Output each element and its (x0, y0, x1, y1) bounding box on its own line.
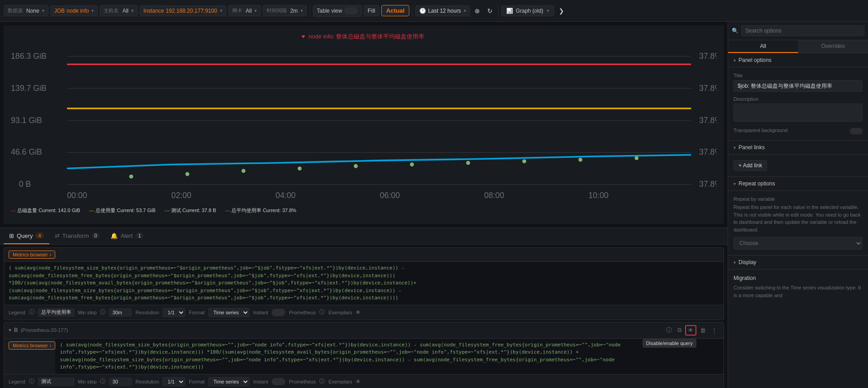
instance-selector[interactable]: Instance 192.168.20.177:9100 ▾ (139, 5, 226, 16)
graph-chevron-icon: ▾ (547, 8, 549, 13)
legend-label-a: Legend (9, 310, 25, 315)
exemplars-eye-icon-a: 👁 (355, 309, 361, 316)
tab-transform[interactable]: ⇄ Transform 0 (49, 228, 106, 244)
block-b-name: (Prometheus-20-177) (21, 327, 68, 333)
display-section-header[interactable]: ▾ Display (728, 256, 868, 270)
legend-input-a[interactable] (38, 308, 74, 317)
block-b-actions: ⓘ ⧉ 👁 🗑 ⋮ (664, 325, 719, 336)
graph-old-selector[interactable]: 📊 Graph (old) ▾ (501, 5, 554, 16)
format-select-a[interactable]: Time series (208, 308, 249, 317)
host-selector[interactable]: 主机名 All ▾ (100, 5, 137, 16)
tab-query[interactable]: ⊞ Query 4 (4, 228, 49, 244)
svg-point-23 (466, 161, 470, 165)
svg-text:00:00: 00:00 (67, 191, 87, 200)
job-selector[interactable]: JOB node info ▾ (50, 5, 98, 16)
block-b-copy-btn[interactable]: ⧉ (676, 326, 683, 335)
expand-button[interactable]: ❯ (556, 5, 567, 16)
fill-button[interactable]: Fill (364, 5, 379, 16)
host-chevron-icon: ▾ (131, 8, 134, 13)
instant-toggle-b[interactable] (272, 378, 285, 385)
exemplars-eye-icon-b: 👁 (355, 379, 361, 385)
divider3 (498, 5, 499, 16)
zoom-button[interactable]: ⊕ (472, 5, 483, 16)
actual-button[interactable]: Actual (381, 5, 410, 16)
block-b-eye-btn[interactable]: 👁 (685, 325, 696, 336)
tab-alert[interactable]: 🔔 Alert 1 (105, 228, 149, 244)
transparent-row: Transparent background (734, 128, 863, 135)
block-b-letter: B (14, 327, 18, 333)
repeat-options-chevron-icon: ▾ (734, 181, 736, 186)
time-range-selector[interactable]: 🕐 Last 12 hours ▾ (415, 5, 470, 16)
metrics-browser-btn-a[interactable]: Metrics browser › (9, 251, 55, 259)
query-tabs-bar: ⊞ Query 4 ⇄ Transform 0 🔔 Alert 1 (0, 227, 728, 245)
repeat-variable-select[interactable]: Choose (734, 237, 863, 250)
query-a-text[interactable]: ( sum(avg(node_filesystem_size_bytes{ori… (4, 262, 724, 305)
block-b-collapse-icon[interactable]: ▾ (9, 327, 11, 333)
add-link-button[interactable]: + Add link (734, 160, 767, 171)
tab-transform-label: Transform (62, 232, 89, 239)
tab-all[interactable]: All (728, 40, 798, 53)
format-select-b[interactable]: Time series (208, 377, 249, 386)
transparent-label: Transparent background (734, 128, 787, 133)
instant-switch-a[interactable] (272, 309, 285, 316)
graph-old-label: Graph (old) (516, 8, 543, 14)
svg-text:06:00: 06:00 (380, 191, 400, 200)
description-textarea[interactable] (734, 104, 863, 122)
panel-links-section-header[interactable]: ▾ Panel links (728, 141, 868, 155)
instant-toggle-a[interactable] (272, 309, 285, 316)
resolution-label-b: Resolution (135, 379, 159, 384)
format-label-b: Format (189, 379, 205, 384)
table-view-toggle[interactable]: Table view (313, 5, 362, 17)
time-value: 2m (290, 8, 298, 14)
chart-legend: — 总磁盘量 Current: 142.0 GiB — 总使用量 Current… (11, 204, 717, 217)
block-b-more-btn[interactable]: ⋮ (710, 326, 719, 335)
tab-overrides[interactable]: Overrides (798, 40, 868, 53)
tab-alert-badge: 1 (135, 232, 144, 239)
metrics-browser-btn-b[interactable]: Metrics browser › (9, 341, 55, 350)
panel-options-label: Panel options (739, 57, 772, 63)
legend-input-b[interactable] (38, 378, 74, 386)
min-step-input-b[interactable] (109, 378, 132, 386)
job-chevron-icon: ▾ (91, 8, 94, 13)
block-b-info-btn[interactable]: ⓘ (664, 325, 674, 335)
instant-label-a: Instant (253, 310, 268, 315)
block-b-delete-btn[interactable]: 🗑 (698, 326, 708, 335)
panel-options-section-header[interactable]: ▾ Panel options (728, 53, 868, 67)
instance-label: Instance (144, 8, 164, 14)
network-value: All (246, 8, 252, 14)
resolution-select-a[interactable]: 1/1 (163, 308, 185, 317)
network-selector[interactable]: 网卡 All ▾ (228, 5, 261, 16)
search-options-input[interactable] (741, 25, 864, 36)
table-view-switch[interactable] (344, 7, 358, 14)
legend-green: — 测试 Current: 37.8 B (165, 207, 216, 214)
instance-chevron-icon: ▾ (220, 8, 222, 13)
legend-label-b: Legend (9, 379, 25, 384)
query-b-body: Metrics browser › ( sum(avg(node_filesys… (4, 339, 724, 374)
min-step-info-icon-a: ⓘ (100, 308, 106, 316)
svg-text:186.3 GiB: 186.3 GiB (11, 52, 47, 61)
svg-text:04:00: 04:00 (276, 191, 296, 200)
transform-icon: ⇄ (55, 232, 60, 239)
alert-icon: 🔔 (110, 232, 118, 239)
title-field-input[interactable] (734, 80, 863, 92)
metrics-browser-label-b: Metrics browser (13, 343, 48, 348)
exemplars-label-a: Exemplars (328, 310, 352, 315)
time-interval-selector[interactable]: 时间间隔 2m ▾ (263, 5, 307, 16)
svg-text:37.8%: 37.8% (699, 180, 717, 189)
search-tabs: All Overrides (728, 40, 868, 53)
panel-links-chevron-icon: ▾ (734, 145, 736, 150)
refresh-button[interactable]: ↻ (484, 5, 495, 16)
datasource-selector[interactable]: 数据源 None ▾ (4, 5, 48, 16)
legend-yellow: — 总使用量 Current: 53.7 GiB (89, 207, 156, 214)
transparent-toggle[interactable] (850, 128, 863, 134)
time-range-label: Last 12 hours (428, 8, 461, 14)
svg-point-24 (522, 159, 526, 163)
min-step-input-a[interactable] (109, 308, 132, 317)
instant-switch-b[interactable] (272, 378, 285, 385)
repeat-options-section-header[interactable]: ▾ Repeat options (728, 177, 868, 191)
clock-icon: 🕐 (419, 8, 426, 14)
query-b-text[interactable]: ( sum(avg(node_filesystem_size_bytes{ori… (55, 339, 724, 374)
repeat-by-var-label: Repeat by variable (734, 196, 863, 202)
graph-icon: 📊 (506, 8, 513, 14)
resolution-select-b[interactable]: 1/1 (163, 377, 185, 386)
